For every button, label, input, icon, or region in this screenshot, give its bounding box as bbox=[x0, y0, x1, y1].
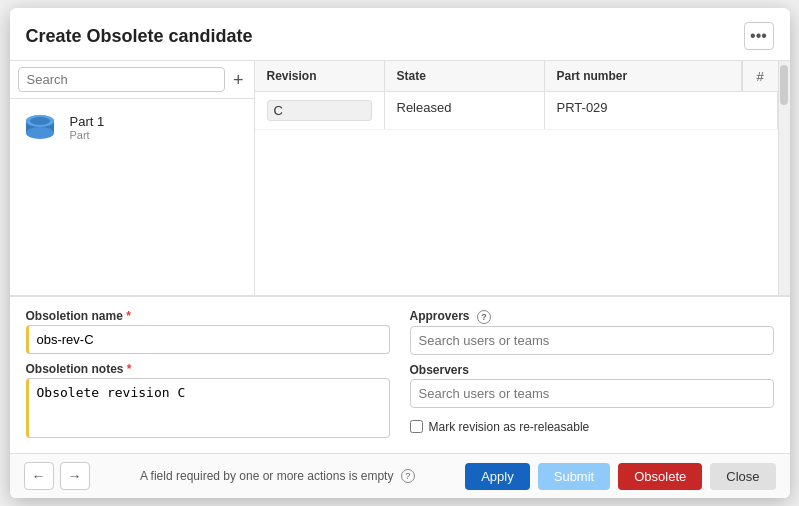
forward-icon: → bbox=[68, 468, 82, 484]
part-name: Part 1 bbox=[70, 114, 105, 129]
add-item-button[interactable]: + bbox=[231, 71, 246, 89]
search-input[interactable] bbox=[18, 67, 225, 92]
right-panel: Revision State Part number # Released PR… bbox=[255, 61, 778, 295]
main-area: + Part 1 Part Revisio bbox=[10, 61, 790, 295]
part-icon bbox=[20, 107, 60, 147]
back-icon: ← bbox=[32, 468, 46, 484]
dialog-header: Create Obsolete candidate ••• bbox=[10, 8, 790, 61]
more-options-button[interactable]: ••• bbox=[744, 22, 774, 50]
bottom-form-area: Obsoletion name * Obsoletion notes * Obs… bbox=[10, 295, 790, 453]
approvers-help-icon: ? bbox=[477, 310, 491, 324]
col-header-partnumber: Part number bbox=[545, 61, 742, 91]
obsoletion-notes-label: Obsoletion notes * bbox=[26, 362, 390, 376]
svg-point-2 bbox=[26, 127, 54, 139]
left-panel: + Part 1 Part bbox=[10, 61, 255, 295]
obsoletion-name-field: Obsoletion name * bbox=[26, 309, 390, 354]
approvers-label: Approvers ? bbox=[410, 309, 774, 324]
hash-icon-button[interactable]: # bbox=[742, 61, 778, 91]
obsolete-button[interactable]: Obsolete bbox=[618, 463, 702, 490]
table-body: Released PRT-029 bbox=[255, 92, 778, 295]
scrollbar-thumb bbox=[780, 65, 788, 105]
part-item: Part 1 Part bbox=[10, 99, 254, 155]
part-info: Part 1 Part bbox=[70, 114, 105, 141]
mark-releasable-checkbox[interactable] bbox=[410, 420, 423, 433]
footer: ← → A field required by one or more acti… bbox=[10, 453, 790, 498]
table-header: Revision State Part number # bbox=[255, 61, 778, 92]
form-right: Approvers ? Observers Mark revision as r… bbox=[410, 309, 774, 441]
mark-releasable-row: Mark revision as re-releasable bbox=[410, 420, 774, 434]
scrollbar[interactable] bbox=[778, 61, 790, 295]
observers-field: Observers bbox=[410, 363, 774, 408]
table-row: Released PRT-029 bbox=[255, 92, 778, 130]
close-button[interactable]: Close bbox=[710, 463, 775, 490]
forward-button[interactable]: → bbox=[60, 462, 90, 490]
revision-input[interactable] bbox=[267, 100, 372, 121]
obsoletion-name-label: Obsoletion name * bbox=[26, 309, 390, 323]
form-left: Obsoletion name * Obsoletion notes * Obs… bbox=[26, 309, 390, 441]
dialog-title: Create Obsolete candidate bbox=[26, 26, 253, 47]
cell-state: Released bbox=[385, 92, 545, 129]
apply-button[interactable]: Apply bbox=[465, 463, 530, 490]
col-header-state: State bbox=[385, 61, 545, 91]
observers-label: Observers bbox=[410, 363, 774, 377]
obsoletion-name-input[interactable] bbox=[26, 325, 390, 354]
footer-help-icon: ? bbox=[401, 469, 415, 483]
submit-button: Submit bbox=[538, 463, 610, 490]
obsoletion-notes-textarea[interactable]: Obsolete revision C bbox=[26, 378, 390, 438]
approvers-input[interactable] bbox=[410, 326, 774, 355]
footer-message: A field required by one or more actions … bbox=[98, 469, 458, 484]
observers-input[interactable] bbox=[410, 379, 774, 408]
cell-partnumber: PRT-029 bbox=[545, 92, 778, 129]
search-bar: + bbox=[10, 61, 254, 99]
approvers-field: Approvers ? bbox=[410, 309, 774, 355]
footer-nav-buttons: ← → bbox=[24, 462, 90, 490]
create-obsolete-dialog: Create Obsolete candidate ••• + Part bbox=[10, 8, 790, 498]
mark-releasable-label[interactable]: Mark revision as re-releasable bbox=[429, 420, 590, 434]
back-button[interactable]: ← bbox=[24, 462, 54, 490]
svg-point-4 bbox=[30, 117, 50, 125]
cell-revision bbox=[255, 92, 385, 129]
obsoletion-notes-field: Obsoletion notes * Obsolete revision C bbox=[26, 362, 390, 441]
part-type: Part bbox=[70, 129, 105, 141]
col-header-revision: Revision bbox=[255, 61, 385, 91]
